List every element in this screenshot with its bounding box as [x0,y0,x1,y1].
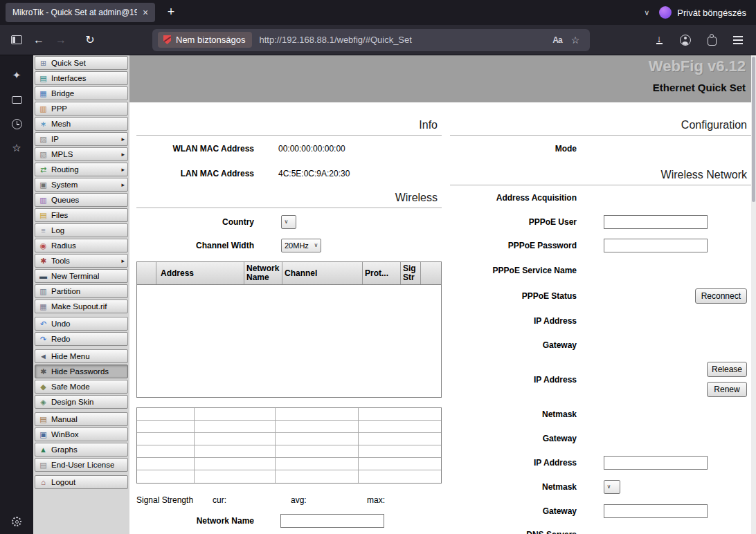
sidebar-item-interfaces[interactable]: ▤Interfaces [35,71,128,85]
extensions-button[interactable] [702,30,721,50]
account-button[interactable] [676,30,695,50]
signal-history-cell [276,470,358,483]
country-select[interactable]: ∨ [281,215,296,229]
sidebar-item-new-terminal[interactable]: ▬New Terminal [35,269,128,283]
sidebar-item-label: Undo [51,320,71,328]
signal-history-row [137,433,441,445]
static-netmask-row: Netmask ∨ [450,479,751,495]
mode-row: Mode [450,141,751,156]
back-button[interactable]: ← [29,30,48,50]
history-button[interactable] [6,113,28,135]
signal-history-cell [276,445,358,457]
wan-ip-address-row: IP Address [450,313,751,329]
insecure-shield-icon [163,35,171,44]
sidebar-item-label: End-User License [51,461,114,469]
network-name-input[interactable] [280,514,384,528]
sidebar-item-files[interactable]: ▤Files [35,208,128,222]
menu-button[interactable] [728,30,748,50]
sidebar-item-label: Make Supout.rif [51,302,107,311]
forward-button[interactable]: → [51,30,71,50]
site-security-chip[interactable]: Nem biztonságos [158,32,252,48]
sidebar-item-tools[interactable]: ✱Tools▸ [35,254,128,268]
sidebar-item-quick-set[interactable]: ⊞Quick Set [35,56,128,70]
pppoe-user-input[interactable] [604,215,708,229]
sidebar-item-system[interactable]: ▣System▸ [35,178,128,192]
sidebar-toggle-button[interactable] [7,30,26,50]
pppoe-user-row: PPPoE User [450,214,751,230]
scrollbar-thumb[interactable] [752,57,755,202]
redo-icon: ↷ [38,335,48,343]
mesh-icon: ∗ [38,120,48,128]
sidebar-item-manual[interactable]: ▤Manual [35,412,128,426]
sidebar-item-partition[interactable]: ▥Partition [35,284,128,298]
left-column: Info WLAN MAC Address 00:00:00:00:00:00 … [136,102,442,534]
static-netmask-select[interactable]: ∨ [604,480,620,494]
bookmark-star-icon[interactable]: ☆ [566,35,584,46]
sidebar-item-winbox[interactable]: ▣WinBox [35,427,128,441]
reload-button[interactable]: ↻ [80,30,100,50]
sidebar-item-make-supout-rif[interactable]: ▦Make Supout.rif [35,300,128,313]
star-icon: ☆ [12,142,21,154]
sidebar-item-safe-mode[interactable]: ◆Safe Mode [35,380,128,394]
browser-tab[interactable]: MikroTik - Quick Set at admin@19… × [6,3,155,22]
downloads-button[interactable]: ↓ [649,30,669,50]
sidebar-item-bridge[interactable]: ▦Bridge [35,86,128,100]
files-icon: ▤ [38,212,48,219]
new-tab-button[interactable]: + [162,3,180,21]
private-browsing-badge: Privát böngészés [659,6,746,19]
sidebar-item-ppp[interactable]: ▥PPP [35,102,128,116]
browser-tab-bar: MikroTik - Quick Set at admin@19… × + ∨ … [0,0,756,25]
sidebar-item-routing[interactable]: ⇄Routing▸ [35,163,128,176]
signal-history-cell [276,421,358,432]
sidebar-item-radius[interactable]: ◉Radius [35,239,128,252]
signal-history-cell [195,433,276,445]
channel-width-select[interactable]: 20MHz ∨ [281,239,321,252]
sidebar-item-mpls[interactable]: ▧MPLS▸ [35,147,128,161]
translate-icon[interactable]: Aa [548,35,566,45]
bookmarks-button[interactable]: ☆ [6,137,28,159]
wan-gateway-label: Gateway [450,338,577,353]
sidebar-item-hide-menu[interactable]: ◄Hide Menu [35,349,128,363]
sidebar-item-label: IP [51,135,59,143]
sidebar-item-design-skin[interactable]: ◈Design Skin [35,395,128,409]
reconnect-button[interactable]: Reconnect [695,288,747,304]
wireless-scan-table: Address Network Name Channel Prot... Sig… [136,261,442,398]
synced-tabs-button[interactable] [6,89,28,111]
sidebar-item-undo[interactable]: ↶Undo [35,317,128,331]
sidebar-item-mesh[interactable]: ∗Mesh [35,117,128,131]
tab-close-icon[interactable]: × [140,7,151,18]
signal-history-cell [137,421,195,432]
signal-history-table [136,407,442,484]
browser-toolbar: ← → ↻ Nem biztonságos http://192.168.88.… [0,25,756,55]
country-row: Country ∨ [136,214,442,230]
make-supout-rif-icon: ▦ [38,303,48,311]
wireless-network-section-title: Wireless Network [450,167,751,185]
tools-icon: ✱ [38,257,48,265]
firefox-sidebar-strip: ✦ ☆ [0,55,33,534]
gear-icon [12,517,21,526]
webfig-sidebar-menu: ⊞Quick Set▤Interfaces▦Bridge▥PPP∗Mesh▨IP… [33,55,129,534]
sidebar-item-graphs[interactable]: ▲Graphs [35,443,128,457]
genai-chat-button[interactable]: ✦ [6,64,28,86]
tab-list-chevron-icon[interactable]: ∨ [644,8,649,17]
sidebar-item-redo[interactable]: ↷Redo [35,332,128,346]
sidebar-item-log[interactable]: ≡Log [35,223,128,237]
page-scrollbar[interactable] [751,55,756,534]
channel-width-label: Channel Width [136,238,254,253]
sidebar-item-logout[interactable]: ⌂Logout [35,475,128,489]
renew-button[interactable]: Renew [707,382,747,397]
pppoe-password-input[interactable] [604,239,708,252]
static-ip-address-input[interactable] [604,456,708,470]
sidebar-item-end-user-license[interactable]: ▤End-User License [35,458,128,472]
sidebar-item-queues[interactable]: ▥Queues [35,193,128,207]
end-user-license-icon: ▤ [38,461,48,469]
settings-button[interactable] [6,510,28,533]
static-gateway-input[interactable] [604,504,708,518]
wan-gateway-row: Gateway [450,338,751,353]
network-name-label: Network Name [136,513,254,528]
url-bar[interactable]: Nem biztonságos http://192.168.88.1/webf… [152,29,590,51]
sidebar-item-hide-passwords[interactable]: ✱Hide Passwords [35,365,128,378]
sidebar-item-ip[interactable]: ▨IP▸ [35,132,128,146]
info-section-title: Info [136,118,442,136]
sidebar-item-label: WinBox [51,430,79,439]
